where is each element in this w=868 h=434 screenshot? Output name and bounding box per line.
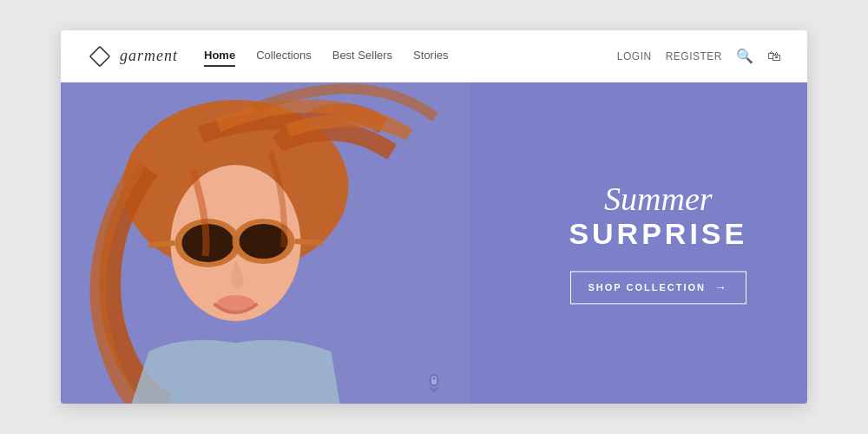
cart-icon[interactable]: 🛍 [767,49,781,64]
header: garment Home Collections Best Sellers St… [61,30,807,82]
hero-image [61,82,471,404]
logo-text: garment [120,47,178,65]
register-button[interactable]: REGISTER [666,50,722,62]
svg-rect-0 [90,46,110,66]
svg-line-8 [234,241,240,243]
search-icon[interactable]: 🔍 [736,48,753,64]
nav-bestsellers[interactable]: Best Sellers [332,49,392,63]
main-nav: Home Collections Best Sellers Stories [204,49,617,63]
svg-point-7 [240,224,288,259]
svg-line-10 [149,243,175,246]
logo-diamond-icon [87,43,113,69]
hero-script-title: Summer [569,181,747,218]
login-button[interactable]: LOGIN [617,50,652,62]
nav-stories[interactable]: Stories [413,49,448,63]
shop-collection-button[interactable]: SHOP COLLECTION → [570,272,747,305]
svg-point-11 [217,295,255,312]
hero-section: Summer SURPRISE SHOP COLLECTION → [61,82,807,404]
arrow-right-icon: → [714,281,728,295]
logo[interactable]: garment [87,43,178,69]
nav-collections[interactable]: Collections [256,49,312,63]
browser-window: garment Home Collections Best Sellers St… [61,30,807,404]
svg-point-13 [433,378,436,380]
scroll-down-indicator[interactable] [424,372,444,397]
hero-content: Summer SURPRISE SHOP COLLECTION → [569,181,747,304]
header-actions: LOGIN REGISTER 🔍 🛍 [617,48,781,64]
svg-rect-12 [431,375,437,385]
svg-line-9 [295,241,323,243]
hero-bold-title: SURPRISE [569,218,747,250]
shop-collection-label: SHOP COLLECTION [589,283,707,293]
nav-home[interactable]: Home [204,49,235,63]
